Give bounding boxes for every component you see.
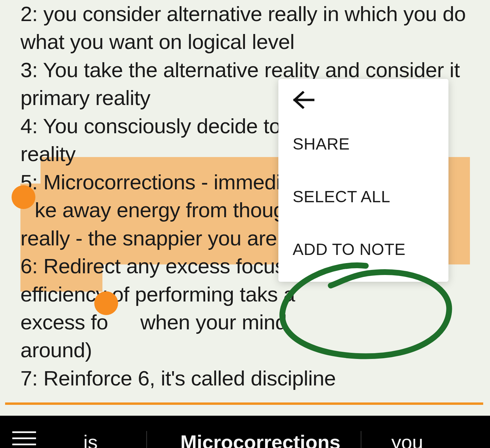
- suggestion-word[interactable]: Microcorrections: [180, 431, 341, 448]
- menu-item-add-to-note[interactable]: ADD TO NOTE: [278, 223, 448, 276]
- note-line: excess fo: [20, 310, 108, 334]
- suggestion-word[interactable]: is: [83, 431, 98, 448]
- note-line: what you want on logical level: [20, 30, 294, 53]
- selection-start-handle[interactable]: [12, 185, 35, 209]
- arrow-left-icon: [293, 91, 314, 109]
- note-line-sel: really - the snappier you are th: [20, 226, 300, 250]
- suggestion-word[interactable]: you: [391, 431, 423, 448]
- note-line: primary reality: [20, 86, 150, 109]
- separator: [146, 431, 147, 448]
- note-line: 2: you consider alternative really in wh…: [20, 2, 466, 25]
- note-line-sel: ke away energy from though: [35, 198, 296, 222]
- note-line-sel: Microcorrections - immedia: [43, 170, 292, 194]
- note-line: 4: You consciously decide to f: [20, 114, 292, 138]
- note-line-sel: 6: Redirect any excess focus i: [20, 254, 296, 278]
- menu-item-select-all[interactable]: SELECT ALL: [278, 170, 448, 223]
- note-line: 7: Reinforce 6, it's called discipline: [20, 366, 336, 390]
- menu-item-share[interactable]: SHARE: [278, 118, 448, 170]
- back-button[interactable]: [278, 79, 448, 118]
- note-line: when your mind: [134, 310, 287, 334]
- note-line: reality: [20, 142, 76, 166]
- separator: [361, 431, 361, 448]
- menu-icon[interactable]: [12, 431, 36, 445]
- note-line: of performing taks a: [106, 282, 295, 306]
- note-line: around): [20, 338, 92, 362]
- note-line: 3: You take the alternative reality and …: [20, 58, 460, 82]
- note-line-sel: efficiency: [20, 282, 106, 306]
- selection-end-handle[interactable]: [94, 291, 118, 315]
- keyboard-suggestion-bar: is Microcorrections you: [0, 416, 490, 448]
- context-menu: SHARE SELECT ALL ADD TO NOTE: [278, 79, 448, 282]
- divider: [5, 402, 483, 405]
